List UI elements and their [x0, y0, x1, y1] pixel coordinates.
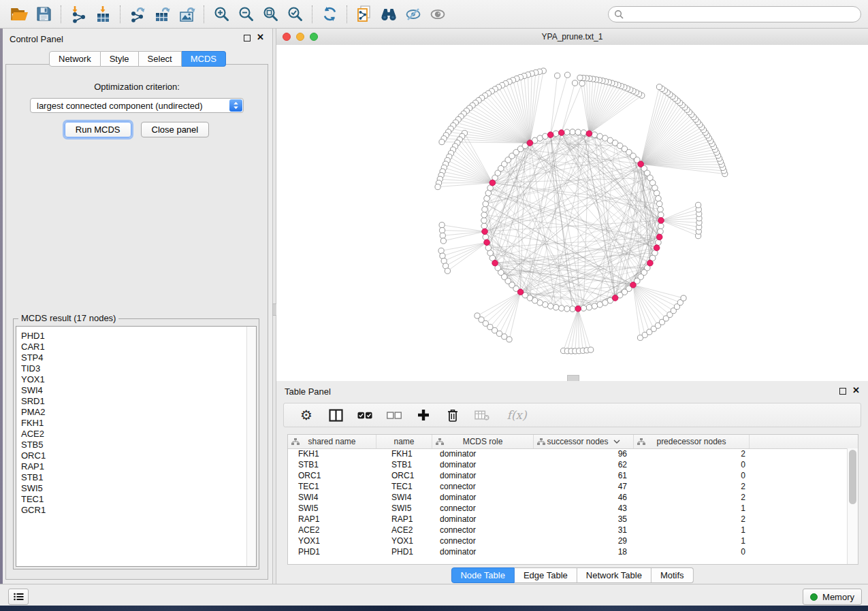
dominator-node[interactable]	[647, 260, 654, 266]
tab-network-table[interactable]: Network Table	[577, 567, 652, 583]
dominator-node[interactable]	[638, 161, 644, 167]
network-node[interactable]	[696, 202, 701, 208]
export-image-button[interactable]	[174, 3, 199, 26]
network-node[interactable]	[656, 201, 662, 207]
network-node[interactable]	[553, 131, 559, 137]
table-row[interactable]: ORC1ORC1dominator610	[288, 470, 848, 481]
network-node[interactable]	[575, 129, 581, 135]
network-node[interactable]	[597, 301, 603, 308]
table-settings-button[interactable]: ⚙	[299, 407, 314, 423]
network-node[interactable]	[654, 191, 660, 197]
mcds-result-item[interactable]: ACE2	[21, 429, 256, 440]
network-node[interactable]	[577, 75, 583, 80]
memory-button[interactable]: Memory	[803, 589, 862, 605]
network-node[interactable]	[553, 304, 559, 310]
first-neighbors-button[interactable]	[376, 3, 401, 26]
mcds-result-item[interactable]: PMA2	[21, 407, 256, 418]
network-node[interactable]	[502, 334, 507, 340]
network-node[interactable]	[656, 84, 662, 90]
close-window-icon[interactable]	[283, 33, 291, 41]
network-node[interactable]	[581, 130, 587, 136]
network-node[interactable]	[564, 129, 570, 135]
mcds-result-list[interactable]: PHD1CAR1STP4TID3YOX1SWI4SRD1PMA2FKH1ACE2…	[16, 326, 257, 567]
network-canvas[interactable]	[276, 45, 868, 381]
network-node[interactable]	[481, 223, 487, 229]
show-all-button[interactable]	[425, 3, 450, 26]
search-box[interactable]	[608, 6, 861, 22]
network-node[interactable]	[658, 223, 664, 229]
tab-network[interactable]: Network	[49, 51, 101, 67]
network-node[interactable]	[439, 227, 445, 233]
table-scrollbar[interactable]	[847, 448, 858, 564]
network-node[interactable]	[440, 238, 446, 244]
network-node[interactable]	[484, 195, 490, 201]
dominator-node[interactable]	[527, 140, 533, 146]
float-window-icon[interactable]	[244, 35, 251, 42]
mcds-result-item[interactable]: TEC1	[21, 494, 256, 505]
table-row[interactable]: PHD1PHD1dominator180	[288, 546, 848, 557]
network-graph[interactable]	[276, 45, 868, 381]
mcds-result-item[interactable]: STP4	[21, 352, 256, 363]
mcds-result-item[interactable]: GCR1	[21, 505, 256, 516]
select-all-columns-button[interactable]	[357, 407, 372, 423]
mcds-result-item[interactable]: YOX1	[21, 374, 256, 385]
refresh-layout-button[interactable]	[317, 3, 342, 26]
network-node[interactable]	[439, 139, 445, 145]
network-node[interactable]	[555, 73, 560, 78]
add-column-button[interactable]	[416, 407, 431, 423]
network-node[interactable]	[586, 304, 592, 310]
dominator-node[interactable]	[575, 306, 581, 312]
network-node[interactable]	[439, 222, 445, 228]
column-header-mcds-role[interactable]: MCDS role	[432, 435, 534, 448]
mcds-result-item[interactable]: SWI4	[21, 385, 256, 396]
dominator-node[interactable]	[482, 229, 488, 235]
zoom-in-button[interactable]	[209, 3, 234, 26]
zoom-fit-button[interactable]	[258, 3, 283, 26]
network-node[interactable]	[485, 245, 492, 251]
zoom-out-button[interactable]	[234, 3, 258, 26]
network-node[interactable]	[570, 129, 576, 135]
column-header-name[interactable]: name	[376, 435, 432, 448]
dominator-node[interactable]	[517, 289, 524, 295]
dominator-node[interactable]	[656, 234, 662, 240]
run-mcds-button[interactable]: Run MCDS	[65, 122, 131, 137]
network-node[interactable]	[564, 72, 570, 78]
network-node[interactable]	[579, 80, 585, 86]
close-panel-icon[interactable]: ✕	[852, 387, 860, 394]
network-node[interactable]	[482, 206, 488, 212]
tab-style[interactable]: Style	[101, 51, 139, 67]
deselect-all-columns-button[interactable]	[387, 407, 402, 423]
network-node[interactable]	[445, 268, 450, 274]
tab-select[interactable]: Select	[139, 51, 182, 67]
network-node[interactable]	[564, 306, 570, 312]
split-columns-button[interactable]	[328, 407, 343, 423]
network-node[interactable]	[440, 233, 445, 238]
mcds-result-item[interactable]: CAR1	[21, 342, 256, 352]
scrollbar-thumb[interactable]	[849, 450, 856, 504]
table-row[interactable]: SWI4SWI4dominator462	[288, 492, 848, 503]
mcds-result-item[interactable]: RAP1	[21, 461, 256, 472]
close-panel-button[interactable]: Close panel	[141, 122, 210, 137]
minimize-window-icon[interactable]	[296, 33, 304, 41]
import-table-button[interactable]	[91, 3, 115, 26]
network-node[interactable]	[543, 133, 549, 139]
network-node[interactable]	[572, 80, 577, 86]
delete-column-button[interactable]	[445, 407, 460, 423]
dominator-node[interactable]	[489, 180, 496, 186]
network-node[interactable]	[592, 303, 598, 310]
tab-edge-table[interactable]: Edge Table	[515, 567, 577, 583]
import-network-button[interactable]	[66, 3, 91, 26]
hide-selected-button[interactable]	[401, 3, 425, 26]
show-panels-button[interactable]	[8, 589, 29, 605]
result-list-scrollbar[interactable]	[246, 327, 256, 566]
network-node[interactable]	[570, 306, 576, 312]
delete-table-button[interactable]	[475, 407, 489, 423]
table-row[interactable]: FKH1FKH1dominator962	[288, 448, 848, 459]
mcds-result-item[interactable]: SRD1	[21, 396, 256, 407]
mcds-result-item[interactable]: STB5	[21, 440, 256, 450]
network-node[interactable]	[658, 206, 664, 212]
column-header-predecessor-nodes[interactable]: predecessor nodes	[634, 435, 750, 448]
clone-network-button[interactable]	[352, 3, 376, 26]
tab-mcds[interactable]: MCDS	[182, 51, 226, 67]
network-node[interactable]	[658, 212, 664, 218]
